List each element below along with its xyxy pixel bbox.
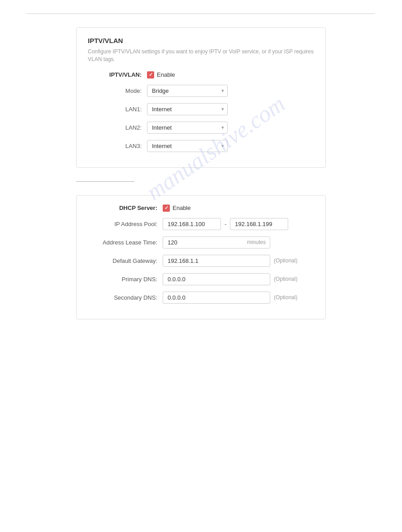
mode-select[interactable]: Bridge ISP Custom <box>147 85 228 97</box>
lan1-select-wrapper[interactable]: Internet IPTV VOIP ▾ <box>147 103 228 115</box>
mid-divider <box>76 181 134 182</box>
mode-row: Mode: Bridge ISP Custom ▾ <box>88 85 314 97</box>
lease-time-row: Address Lease Time: minutes <box>88 236 314 249</box>
lan1-select[interactable]: Internet IPTV VOIP <box>147 103 228 115</box>
lan2-row: LAN2: Internet IPTV VOIP ▾ <box>88 122 314 134</box>
ip-pool-end-input[interactable] <box>230 218 288 230</box>
lan3-select-wrapper[interactable]: Internet IPTV VOIP ▾ <box>147 140 228 152</box>
ip-pool-label: IP Address Pool: <box>88 221 157 227</box>
secondary-dns-optional: (Optional) <box>274 294 298 301</box>
dhcp-enable-checkbox[interactable] <box>163 205 170 212</box>
page-container: IPTV/VLAN Configure IPTV/VLAN settings i… <box>0 0 402 532</box>
dhcp-enable-checkbox-container[interactable]: Enable <box>163 205 190 212</box>
lan2-select-wrapper[interactable]: Internet IPTV VOIP ▾ <box>147 122 228 134</box>
lan1-row: LAN1: Internet IPTV VOIP ▾ <box>88 103 314 115</box>
lan1-label: LAN1: <box>88 106 142 113</box>
gateway-row: Default Gateway: (Optional) <box>88 255 314 267</box>
mode-label: Mode: <box>88 87 142 94</box>
mode-select-wrapper[interactable]: Bridge ISP Custom ▾ <box>147 85 228 97</box>
lan3-row: LAN3: Internet IPTV VOIP ▾ <box>88 140 314 152</box>
primary-dns-optional: (Optional) <box>274 276 298 282</box>
dhcp-enable-text: Enable <box>173 205 190 211</box>
lan2-label: LAN2: <box>88 124 142 131</box>
gateway-optional: (Optional) <box>274 257 298 264</box>
iptv-enable-text: Enable <box>157 71 175 78</box>
top-divider <box>27 13 375 14</box>
lan3-label: LAN3: <box>88 143 142 149</box>
iptv-enable-checkbox-container[interactable]: Enable <box>147 71 175 78</box>
primary-dns-row: Primary DNS: (Optional) <box>88 273 314 285</box>
secondary-dns-input[interactable] <box>163 292 270 304</box>
gateway-label: Default Gateway: <box>88 257 157 264</box>
secondary-dns-label: Secondary DNS: <box>88 294 157 301</box>
ip-separator: - <box>225 221 226 227</box>
primary-dns-label: Primary DNS: <box>88 276 157 283</box>
iptv-enable-checkbox[interactable] <box>147 71 154 78</box>
lease-time-wrapper: minutes <box>163 236 270 249</box>
lan2-select[interactable]: Internet IPTV VOIP <box>147 122 228 134</box>
ip-pool-container: - <box>163 218 288 230</box>
lease-time-input[interactable] <box>163 236 270 249</box>
dhcp-server-card: DHCP Server: Enable IP Address Pool: - A… <box>76 195 326 319</box>
secondary-dns-row: Secondary DNS: (Optional) <box>88 292 314 304</box>
dhcp-enable-row: DHCP Server: Enable <box>88 205 314 212</box>
iptv-desc: Configure IPTV/VLAN settings if you want… <box>88 48 314 63</box>
iptv-vlan-card: IPTV/VLAN Configure IPTV/VLAN settings i… <box>76 27 326 168</box>
lan3-select[interactable]: Internet IPTV VOIP <box>147 140 228 152</box>
iptv-enable-row: IPTV/VLAN: Enable <box>88 71 314 78</box>
gateway-input[interactable] <box>163 255 270 267</box>
ip-pool-start-input[interactable] <box>163 218 221 230</box>
ip-pool-row: IP Address Pool: - <box>88 218 314 230</box>
dhcp-server-label: DHCP Server: <box>88 205 157 211</box>
primary-dns-input[interactable] <box>163 273 270 285</box>
iptv-title: IPTV/VLAN <box>88 37 314 44</box>
lease-time-label: Address Lease Time: <box>88 239 157 246</box>
iptv-vlan-label: IPTV/VLAN: <box>88 71 142 78</box>
